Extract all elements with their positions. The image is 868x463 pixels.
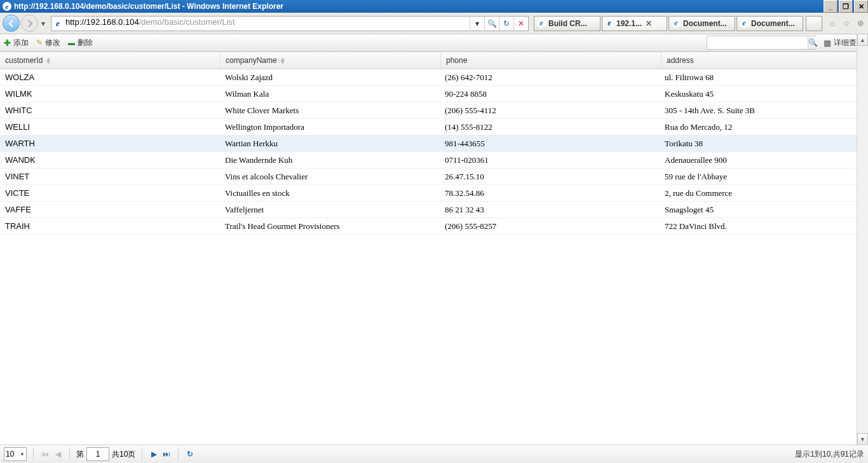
column-customerId[interactable]: customerId ▲▼ bbox=[0, 52, 220, 69]
separator bbox=[142, 448, 142, 460]
scroll-down-icon[interactable]: ▼ bbox=[857, 433, 868, 445]
minimize-button[interactable]: _ bbox=[824, 0, 837, 13]
delete-button[interactable]: ▬ 删除 bbox=[68, 38, 93, 48]
sort-icon: ▲▼ bbox=[45, 57, 51, 64]
table-row[interactable]: VINETVins et alcools Chevalier26.47.15.1… bbox=[0, 169, 868, 185]
cell-name: Wartian Herkku bbox=[220, 135, 440, 151]
url-stop-button[interactable]: ✕ bbox=[513, 17, 528, 30]
column-phone[interactable]: phone bbox=[441, 52, 661, 69]
tools-icon[interactable]: ⚙ bbox=[855, 18, 865, 29]
page-size-select[interactable]: 10 ▼ bbox=[4, 447, 27, 461]
refresh-button[interactable]: ↻ bbox=[185, 449, 195, 459]
cell-phone: (206) 555-4112 bbox=[440, 102, 660, 118]
grid-toolbar: ✚ 添加 ✎ 修改 ▬ 删除 🔍 ▦ 详细查询 bbox=[0, 34, 868, 52]
cell-phone: 981-443655 bbox=[440, 135, 660, 151]
cell-addr: 2, rue du Commerce bbox=[660, 185, 868, 201]
cell-id: WARTH bbox=[0, 135, 220, 151]
home-icon[interactable]: ⌂ bbox=[827, 18, 837, 29]
add-button[interactable]: ✚ 添加 bbox=[4, 38, 29, 48]
cell-id: VINET bbox=[0, 169, 220, 184]
prev-page-button[interactable]: ◀ bbox=[53, 449, 63, 459]
cell-addr: Torikatu 38 bbox=[660, 135, 868, 151]
cell-addr: Adenauerallee 900 bbox=[660, 152, 868, 168]
data-grid: customerId ▲▼ companyName ▲▼ phone addre… bbox=[0, 52, 868, 235]
cell-addr: ul. Filtrowa 68 bbox=[660, 69, 868, 85]
table-row[interactable]: WILMKWilman Kala90-224 8858Keskuskatu 45 bbox=[0, 86, 868, 102]
cell-id: VAFFE bbox=[0, 202, 220, 218]
column-label: companyName bbox=[226, 56, 277, 65]
cell-name: Vaffeljernet bbox=[220, 202, 440, 218]
table-row[interactable]: WHITCWhite Clover Markets(206) 555-41123… bbox=[0, 102, 868, 119]
first-page-button[interactable]: ⏮ bbox=[40, 449, 50, 459]
cell-phone: 86 21 32 43 bbox=[440, 202, 660, 218]
restore-button[interactable]: ❐ bbox=[839, 0, 853, 13]
search-input[interactable] bbox=[707, 37, 808, 48]
tab-label: 192.1... bbox=[616, 19, 642, 28]
column-companyName[interactable]: companyName ▲▼ bbox=[220, 52, 441, 69]
tab-label: Document... bbox=[683, 19, 727, 28]
column-label: address bbox=[667, 56, 694, 65]
separator bbox=[33, 448, 34, 460]
new-tab-button[interactable] bbox=[806, 16, 822, 31]
next-page-button[interactable]: ▶ bbox=[149, 449, 159, 459]
table-row[interactable]: WOLZAWolski Zajazd(26) 642-7012ul. Filtr… bbox=[0, 69, 868, 86]
browser-tab[interactable]: e192.1...✕ bbox=[602, 16, 667, 31]
tab-label: Document... bbox=[751, 19, 795, 28]
cell-id: WANDK bbox=[0, 152, 220, 168]
cell-phone: 0711-020361 bbox=[440, 152, 660, 168]
grid-icon: ▦ bbox=[824, 38, 831, 48]
cell-name: Wolski Zajazd bbox=[220, 69, 440, 85]
cell-phone: (206) 555-8257 bbox=[440, 218, 660, 234]
cell-name: Vins et alcools Chevalier bbox=[220, 169, 440, 184]
cell-name: Trail's Head Gourmet Provisioners bbox=[220, 218, 440, 234]
table-row[interactable]: WARTHWartian Herkku981-443655Torikatu 38 bbox=[0, 135, 868, 152]
browser-tab[interactable]: eDocument... bbox=[736, 16, 803, 31]
page-number-input[interactable] bbox=[86, 447, 109, 461]
forward-button[interactable] bbox=[21, 15, 38, 32]
table-row[interactable]: VAFFEVaffeljernet86 21 32 43Smagsloget 4… bbox=[0, 202, 868, 218]
cell-addr: Rua do Mercado, 12 bbox=[660, 119, 868, 135]
records-info: 显示1到10,共91记录 bbox=[795, 449, 864, 460]
table-row[interactable]: TRAIHTrail's Head Gourmet Provisioners(2… bbox=[0, 218, 868, 235]
back-button[interactable] bbox=[3, 15, 20, 32]
cell-name: Victuailles en stock bbox=[220, 185, 440, 201]
cell-addr: 59 rue de l'Abbaye bbox=[660, 169, 868, 184]
search-button[interactable]: 🔍 bbox=[808, 36, 818, 49]
edit-button[interactable]: ✎ 修改 bbox=[36, 38, 60, 48]
chevron-down-icon: ▼ bbox=[20, 452, 25, 457]
table-row[interactable]: VICTEVictuailles en stock78.32.54.862, r… bbox=[0, 185, 868, 202]
cell-id: WELLI bbox=[0, 119, 220, 135]
close-button[interactable]: ✕ bbox=[854, 0, 868, 13]
browser-tab[interactable]: eBuild CR... bbox=[534, 16, 600, 31]
url-refresh-button[interactable]: ↻ bbox=[499, 17, 513, 30]
address-bar[interactable]: e http://192.168.0.104/demo/basic/custom… bbox=[51, 16, 529, 31]
cell-name: Wilman Kala bbox=[220, 86, 440, 102]
search-box: 🔍 bbox=[707, 36, 816, 50]
favorites-icon[interactable]: ☆ bbox=[841, 18, 851, 29]
cell-id: WOLZA bbox=[0, 69, 220, 85]
app-icon: e bbox=[740, 19, 749, 28]
last-page-button[interactable]: ⏭ bbox=[161, 449, 172, 459]
url-input[interactable]: http://192.168.0.104/demo/basic/customer… bbox=[63, 17, 470, 30]
table-row[interactable]: WELLIWellington Importadora(14) 555-8122… bbox=[0, 119, 868, 135]
app-icon: e bbox=[537, 19, 546, 28]
close-icon[interactable]: ✕ bbox=[644, 19, 653, 28]
cell-id: TRAIH bbox=[0, 218, 220, 234]
column-address[interactable]: address bbox=[661, 52, 868, 69]
url-search-button[interactable]: 🔍 bbox=[484, 17, 499, 30]
cell-id: VICTE bbox=[0, 185, 220, 201]
sort-icon: ▲▼ bbox=[280, 57, 286, 64]
favicon-icon: e bbox=[53, 18, 63, 29]
url-dropdown-button[interactable]: ▾ bbox=[470, 17, 484, 30]
browser-tab[interactable]: eDocument... bbox=[668, 16, 735, 31]
history-dropdown[interactable]: ▾ bbox=[39, 19, 47, 28]
total-pages-label: 共10页 bbox=[112, 449, 135, 460]
table-row[interactable]: WANDKDie Wandernde Kuh0711-020361Adenaue… bbox=[0, 152, 868, 169]
ie-logo-icon: e bbox=[3, 2, 11, 11]
delete-label: 删除 bbox=[78, 38, 93, 48]
vertical-scrollbar[interactable]: ▲ ▼ bbox=[857, 34, 868, 445]
ie-icon: e bbox=[605, 19, 614, 28]
cell-name: Die Wandernde Kuh bbox=[220, 152, 440, 168]
edit-label: 修改 bbox=[45, 38, 60, 48]
scroll-up-icon[interactable]: ▲ bbox=[857, 34, 868, 46]
